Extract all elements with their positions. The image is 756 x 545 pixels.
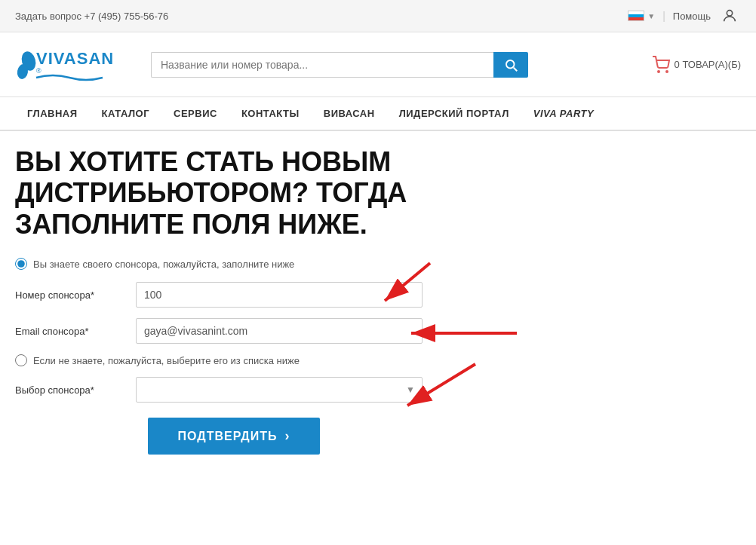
submit-button[interactable]: ПОДТВЕРДИТЬ › [148,418,321,455]
vivasan-logo: VIVASAN ® [15,40,136,89]
sponsor-select-wrap: ▼ [136,377,423,403]
svg-text:VIVASAN: VIVASAN [36,49,114,68]
sponsor-email-row: Email спонсора* [15,318,506,344]
sponsor-email-label: Email спонсора* [15,326,136,337]
sponsor-number-input[interactable] [136,282,423,308]
sponsor-select[interactable] [136,377,423,403]
sponsor-select-label: Выбор спонсора* [15,384,136,396]
registration-form: Вы знаете своего спонсора, пожалуйста, з… [15,258,506,455]
nav-item-party[interactable]: VIVA PARTY [521,97,606,130]
submit-arrow-icon: › [284,428,290,444]
svg-text:®: ® [36,67,44,75]
nav-item-vivasan[interactable]: ВИВАСАН [312,97,387,130]
chevron-down-icon: ▼ [647,12,655,20]
main-content: ВЫ ХОТИТЕ СТАТЬ НОВЫМ ДИСТРИБЬЮТОРОМ? ТО… [0,131,756,485]
radio-know-sponsor[interactable] [15,258,27,270]
radio-row-1: Вы знаете своего спонсора, пожалуйста, з… [15,258,506,270]
search-bar [151,52,528,78]
top-bar: Задать вопрос +7 (495) 755-56-76 ▼ | Пом… [0,0,756,32]
svg-point-8 [666,71,668,72]
sponsor-number-row: Номер спонсора* [15,282,506,308]
radio-choose-sponsor[interactable] [15,354,27,366]
phone-label: Задать вопрос +7 (495) 755-56-76 [15,11,168,22]
user-account-button[interactable] [718,5,741,27]
svg-line-6 [514,67,518,71]
submit-section: ПОДТВЕРДИТЬ › [15,418,453,455]
flag-icon [628,11,644,21]
search-input[interactable] [151,52,493,78]
svg-point-0 [727,11,732,16]
main-nav: ГЛАВНАЯ КАТАЛОГ СЕРВИС КОНТАКТЫ ВИВАСАН … [0,97,756,131]
search-icon [504,58,518,72]
language-selector[interactable]: ▼ [628,11,655,21]
help-link[interactable]: Помощь [673,11,711,22]
page-title: ВЫ ХОТИТЕ СТАТЬ НОВЫМ ДИСТРИБЬЮТОРОМ? ТО… [15,146,543,240]
cart-label: 0 ТОВАР(А)(Б) [675,59,741,70]
radio-know-sponsor-label: Вы знаете своего спонсора, пожалуйста, з… [33,259,294,270]
nav-item-home[interactable]: ГЛАВНАЯ [15,97,90,130]
cart-button[interactable]: 0 ТОВАР(А)(Б) [652,56,741,74]
top-bar-right: ▼ | Помощь [628,5,741,27]
radio-row-2: Если не знаете, пожалуйста, выберите его… [15,354,506,366]
cart-icon [652,56,670,74]
sponsor-number-label: Номер спонсора* [15,289,136,301]
nav-item-portal[interactable]: ЛИДЕРСКИЙ ПОРТАЛ [387,97,521,130]
nav-item-service[interactable]: СЕРВИС [161,97,229,130]
submit-label: ПОДТВЕРДИТЬ [178,430,278,443]
nav-item-catalog[interactable]: КАТАЛОГ [90,97,161,130]
nav-item-contacts[interactable]: КОНТАКТЫ [229,97,312,130]
svg-point-5 [506,60,515,69]
header: VIVASAN ® 0 ТОВАР(А)(Б) [0,32,756,97]
radio-choose-sponsor-label: Если не знаете, пожалуйста, выберите его… [33,355,300,366]
separator: | [662,10,665,22]
user-icon [721,8,738,24]
sponsor-email-input[interactable] [136,318,423,344]
sponsor-number-section: Номер спонсора* [15,282,506,308]
sponsor-email-section: Email спонсора* [15,318,506,344]
sponsor-select-row: Выбор спонсора* ▼ [15,377,506,403]
svg-point-7 [658,71,659,72]
logo[interactable]: VIVASAN ® [15,40,136,89]
search-button[interactable] [493,52,528,78]
